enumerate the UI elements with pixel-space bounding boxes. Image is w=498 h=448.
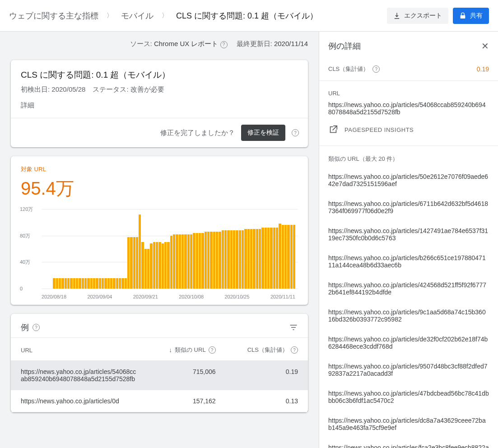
chart-bar (110, 278, 112, 289)
similar-url-item[interactable]: https://news.yahoo.co.jp/articles/de32f0… (328, 329, 489, 356)
table-row[interactable]: https://news.yahoo.co.jp/articles/54068c… (11, 361, 308, 390)
chart-bar (150, 243, 152, 289)
chart-area: 040万80万120万 2020/08/182020/09/042020/09/… (21, 209, 298, 299)
issue-title-rest: に関する問題: 0.1 超（モバイル） (37, 70, 171, 79)
chart-bar (210, 232, 212, 289)
chart-bar (84, 278, 87, 289)
help-icon[interactable]: ? (33, 324, 40, 331)
chart-bar (130, 237, 132, 289)
chart-bar (201, 233, 204, 289)
similar-url-item[interactable]: https://news.yahoo.co.jp/articles/b266c6… (328, 248, 489, 275)
chart-bar (156, 242, 158, 289)
chart-bar (125, 278, 127, 289)
export-button[interactable]: エクスポート (387, 8, 448, 24)
side-url-label: URL (328, 84, 489, 100)
source-value: Chrome UX レポート (154, 40, 219, 47)
cell-url: https://news.yahoo.co.jp/articles/0d (11, 390, 148, 412)
topbar: ウェブに関する主な指標〉モバイル〉CLS に関する問題: 0.1 超（モバイル）… (0, 0, 498, 32)
verify-button[interactable]: 修正を検証 (241, 125, 285, 141)
similar-url-item[interactable]: https://news.yahoo.co.jp/articles/dc8a7a… (328, 411, 489, 438)
chart-bar (65, 278, 67, 289)
chart-bar (205, 232, 207, 289)
chart-bar (87, 278, 89, 289)
source-label: ソース: (130, 40, 152, 47)
help-icon[interactable]: ? (292, 129, 299, 136)
chart-bar (276, 228, 278, 289)
chart-bar (76, 278, 78, 289)
chart-bar (256, 229, 258, 289)
similar-urls-list: https://news.yahoo.co.jp/articles/50e261… (328, 167, 489, 448)
chart-bar (270, 228, 272, 289)
chart-card: 対象 URL 95.4万 040万80万120万 2020/08/182020/… (11, 156, 308, 305)
side-title: 例の詳細 (328, 41, 361, 51)
chart-bar (119, 278, 121, 289)
examples-title: 例 ? (21, 322, 40, 333)
issue-title: CLS に関する問題: 0.1 超（モバイル） (21, 69, 298, 81)
chart-bar (193, 233, 195, 289)
chart-bar (233, 230, 235, 289)
close-button[interactable]: ✕ (481, 41, 489, 51)
similar-url-item[interactable]: https://news.yahoo.co.jp/articles/6711b6… (328, 194, 489, 221)
chart-bar (176, 234, 178, 289)
similar-url-item[interactable]: https://news.yahoo.co.jp/articles/9c1aa5… (328, 302, 489, 329)
open-in-new-icon (328, 125, 338, 135)
help-icon[interactable]: ? (291, 346, 298, 354)
similar-url-item[interactable]: https://news.yahoo.co.jp/articles/424568… (328, 275, 489, 302)
help-icon[interactable]: ? (209, 346, 216, 354)
x-tick-label: 2020/08/18 (42, 294, 66, 299)
topbar-actions: エクスポート 共有 (387, 8, 489, 24)
y-tick-label: 120万 (20, 206, 33, 213)
similar-url-item[interactable]: https://news.yahoo.co.jp/articles/fca2e3… (328, 438, 489, 448)
issue-title-strong: CLS (21, 70, 37, 79)
help-icon[interactable]: ? (220, 41, 228, 48)
chart-bar (216, 232, 218, 289)
share-label: 共有 (470, 12, 483, 20)
col-url[interactable]: URL (11, 338, 148, 361)
chart-bar (141, 242, 144, 289)
breadcrumb-item[interactable]: ウェブに関する主な指標 (9, 10, 98, 21)
chart-bar (121, 278, 124, 289)
y-tick-label: 0 (20, 286, 23, 291)
examples-card: 例 ? URL ↓類似の URL? CLS（集計値）? https: (11, 314, 308, 412)
table-row[interactable]: https://news.yahoo.co.jp/articles/0d157,… (11, 390, 308, 412)
chart-bar (82, 278, 84, 289)
col-similar[interactable]: ↓類似の URL? (148, 338, 225, 361)
chart-bar (102, 278, 104, 289)
cell-cls: 0.19 (226, 361, 308, 390)
chart-bar (190, 234, 192, 289)
help-icon[interactable]: ? (372, 65, 380, 73)
similar-url-item[interactable]: https://news.yahoo.co.jp/articles/50e261… (328, 167, 489, 194)
side-cls-label: CLS（集計値） ? (328, 65, 380, 73)
breadcrumbs: ウェブに関する主な指標〉モバイル〉CLS に関する問題: 0.1 超（モバイル） (9, 10, 318, 21)
chart-bar (147, 249, 149, 289)
share-button[interactable]: 共有 (453, 8, 489, 24)
chart-bar (104, 278, 107, 289)
side-url-value: https://news.yahoo.co.jp/articles/54068c… (328, 100, 489, 122)
x-tick-label: 2020/10/25 (225, 294, 250, 299)
chart-bar (59, 278, 61, 289)
chart-bar (242, 230, 244, 289)
chart-bar (227, 230, 229, 289)
chart-bar (213, 232, 215, 289)
chart-bar (136, 237, 138, 289)
chart-bar (170, 236, 172, 289)
examples-table: URL ↓類似の URL? CLS（集計値）? https://news.yah… (11, 337, 308, 412)
last-updated: 最終更新日: 2020/11/14 (237, 40, 308, 48)
chart-bar (282, 225, 284, 289)
filter-icon[interactable] (289, 323, 298, 332)
chart-bar (56, 278, 58, 289)
col-cls[interactable]: CLS（集計値）? (226, 338, 308, 361)
chart-bar (61, 278, 64, 289)
lastupdate-label: 最終更新日: (237, 40, 272, 47)
detail-link[interactable]: 詳細 (11, 101, 308, 118)
breadcrumb-item[interactable]: モバイル (121, 10, 154, 21)
pagespeed-link[interactable]: PAGESPEED INSIGHTS (328, 122, 489, 143)
chart-big-value: 95.4万 (21, 176, 298, 201)
similar-url-item[interactable]: https://news.yahoo.co.jp/articles/142749… (328, 221, 489, 248)
similar-url-item[interactable]: https://news.yahoo.co.jp/articles/9507d4… (328, 356, 489, 383)
chart-bar (247, 229, 250, 289)
close-icon: ✕ (481, 41, 489, 51)
issue-card: CLS に関する問題: 0.1 超（モバイル） 初検出日: 2020/05/28… (11, 60, 308, 147)
chart-bar (127, 237, 130, 289)
similar-url-item[interactable]: https://news.yahoo.co.jp/articles/47bdcb… (328, 383, 489, 411)
